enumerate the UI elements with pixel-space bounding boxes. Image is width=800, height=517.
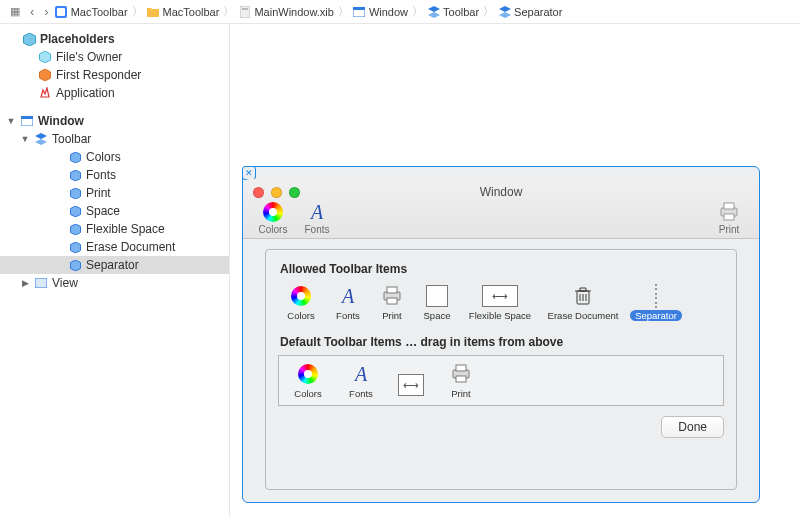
svg-rect-1 [57,8,65,16]
item-label: Toolbar [52,132,91,146]
item-label: Space [86,204,120,218]
group-title: Placeholders [40,32,115,46]
placeholder-application[interactable]: Application [0,84,229,102]
window-icon [353,5,366,18]
trash-icon [571,284,595,308]
nav-back[interactable]: ‹ [26,4,38,19]
toolbar-object[interactable]: ▼ Toolbar [0,130,229,148]
cube-icon [22,32,36,46]
item-label: Flexible Space [86,222,165,236]
default-fonts[interactable]: AFonts [341,362,381,399]
allowed-items-row[interactable]: Colors AFonts Print Space ⟷Flexible Spac… [278,282,724,329]
allowed-label: Fonts [336,310,360,321]
ib-object-handle[interactable]: ✕ [242,166,256,180]
default-flexible-space[interactable]: ⟷ [391,373,431,399]
cube-icon [68,150,82,164]
folder-icon [147,5,160,18]
toolbar-icon [427,5,440,18]
view-object[interactable]: ▶ View [0,274,229,292]
space-icon [426,285,448,307]
cube-icon [68,258,82,272]
window-object[interactable]: ▼ Window [0,112,229,130]
allowed-erase-document[interactable]: Erase Document [542,284,624,321]
tb-label: Fonts [304,224,329,235]
printer-icon [380,284,404,308]
placeholders-group[interactable]: Placeholders [0,30,229,48]
svg-rect-7 [21,116,33,119]
crumb-project[interactable]: MacToolbar [55,5,128,18]
allowed-space[interactable]: Space [416,284,458,321]
disclosure-open-icon[interactable]: ▼ [6,116,16,126]
disclosure-open-icon[interactable]: ▼ [20,134,30,144]
toolbar-item-erase-document[interactable]: Erase Document [0,238,229,256]
toolbar-item-space[interactable]: Space [0,202,229,220]
fonts-icon: A [336,284,360,308]
toolbar-item-fonts[interactable]: Fonts [0,166,229,184]
allowed-label: Print [382,310,402,321]
tb-label: Colors [259,224,288,235]
printer-icon [449,362,473,386]
placeholder-files-owner[interactable]: File's Owner [0,48,229,66]
breadcrumb: ▦ ‹ › MacToolbar 〉 MacToolbar 〉 MainWind… [0,0,800,24]
allowed-label: Space [424,310,451,321]
cube-icon [68,204,82,218]
placeholder-first-responder[interactable]: First Responder [0,66,229,84]
item-label: File's Owner [56,50,122,64]
allowed-colors[interactable]: Colors [278,284,324,321]
cube-icon [68,168,82,182]
svg-rect-13 [387,287,397,293]
tb-fonts[interactable]: AFonts [295,201,339,235]
ib-canvas[interactable]: ✕ Window Colors AFonts Print Allowed Too… [230,24,800,517]
default-label: Colors [294,388,321,399]
tb-print[interactable]: Print [707,201,751,235]
nav-forward[interactable]: › [40,4,52,19]
crumb-label: Window [369,6,408,18]
default-items-box[interactable]: Colors AFonts ⟷ Print [278,355,724,406]
allowed-title: Allowed Toolbar Items [280,262,724,276]
allowed-fonts[interactable]: AFonts [328,284,368,321]
item-label: Application [56,86,115,100]
allowed-label: Erase Document [548,310,619,321]
item-label: View [52,276,78,290]
crumb-xib[interactable]: MainWindow.xib [238,5,333,18]
svg-rect-14 [387,298,397,304]
minimize-icon[interactable] [271,187,282,198]
zoom-icon[interactable] [289,187,300,198]
default-colors[interactable]: Colors [285,362,331,399]
item-label: Separator [86,258,139,272]
window-toolbar[interactable]: Colors AFonts Print [251,201,751,235]
crumb-toolbar[interactable]: Toolbar [427,5,479,18]
cube-icon [38,68,52,82]
svg-rect-2 [240,6,250,18]
default-print[interactable]: Print [441,362,481,399]
traffic-lights [253,187,300,198]
toolbar-item-print[interactable]: Print [0,184,229,202]
item-label: First Responder [56,68,141,82]
item-label: Window [38,114,84,128]
document-outline: Placeholders File's Owner First Responde… [0,24,230,517]
toolbar-item-separator[interactable]: Separator [0,256,229,274]
toolbar-item-colors[interactable]: Colors [0,148,229,166]
close-icon[interactable] [253,187,264,198]
crumb-folder[interactable]: MacToolbar [147,5,220,18]
tb-colors[interactable]: Colors [251,201,295,235]
separator-icon [653,284,659,308]
window-icon [20,114,34,128]
default-label: Fonts [349,388,373,399]
fonts-icon: A [306,201,328,223]
allowed-print[interactable]: Print [372,284,412,321]
done-button[interactable]: Done [661,416,724,438]
svg-rect-5 [353,7,365,10]
disclosure-closed-icon[interactable]: ▶ [20,278,30,288]
cube-icon [68,240,82,254]
toolbar-item-flexible-space[interactable]: Flexible Space [0,220,229,238]
crumb-window[interactable]: Window [353,5,408,18]
cube-icon [38,50,52,64]
allowed-flexible-space[interactable]: ⟷Flexible Space [462,284,538,321]
crumb-separator[interactable]: Separator [498,5,562,18]
window-frame[interactable]: ✕ Window Colors AFonts Print Allowed Too… [242,166,760,503]
related-items-icon[interactable]: ▦ [6,5,24,18]
item-label: Erase Document [86,240,175,254]
allowed-label: Flexible Space [469,310,531,321]
allowed-separator[interactable]: Separator [628,284,684,321]
